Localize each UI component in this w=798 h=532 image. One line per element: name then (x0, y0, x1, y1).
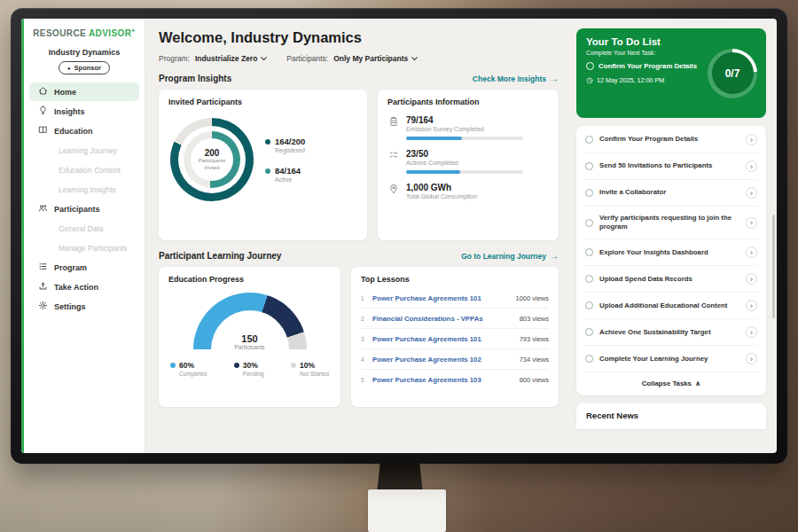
clock-icon (586, 77, 593, 84)
sidebar-item-education[interactable]: Education (29, 121, 139, 140)
todo-next-task[interactable]: Confirm Your Program Details (586, 62, 707, 70)
task-chevron[interactable]: › (746, 160, 757, 172)
brand-secondary: ADVISOR (89, 28, 131, 38)
sidebar-item-label: Education (54, 127, 93, 136)
task-chevron[interactable]: › (746, 217, 757, 229)
legend-item-not-started: 10% Not Started (291, 361, 329, 377)
task-checkbox[interactable] (585, 136, 593, 144)
legend-item-pending: 30% Pending (234, 361, 264, 377)
task-chevron[interactable]: › (746, 246, 757, 258)
actions-progress-track (406, 170, 523, 174)
org-name: Industry Dynamics (24, 48, 145, 57)
checklist-icon (387, 149, 399, 174)
participants-filter-label: Participants: (286, 54, 328, 63)
participants-dropdown-value: Only My Participants (333, 54, 408, 63)
todo-progress-ring: 0/7 (708, 49, 757, 98)
card-title: Invited Participants (168, 98, 357, 106)
task-chevron[interactable]: › (746, 187, 757, 199)
program-insights-header: Program Insights Check More Insights → (159, 74, 559, 83)
sidebar-item-manage-participants[interactable]: Manage Participants (29, 239, 139, 257)
chevron-down-icon (261, 57, 267, 61)
collapse-caret-icon: ∧ (695, 379, 700, 387)
sidebar-item-participants[interactable]: Participants (29, 200, 139, 218)
task-row[interactable]: Explore Your Insights Dashboard › (584, 239, 758, 266)
stat-actions-completed: 23/50 Actions Completed (387, 149, 549, 174)
sidebar-item-learning-journey[interactable]: Learning Journey (29, 141, 139, 160)
sidebar-item-insights[interactable]: Insights (29, 102, 139, 121)
task-checkbox[interactable] (585, 162, 593, 170)
lesson-row: 2 Financial Considerations - VPPAs 803 v… (361, 309, 549, 329)
invited-donut-chart: 200 Participants Invited (170, 118, 254, 201)
lesson-link[interactable]: Power Purchase Agreements 101 (372, 335, 513, 343)
badge-row: ● Sponsor (24, 61, 145, 74)
donut-legend: 164/200 Registered 84/164 Active (265, 137, 305, 183)
card-title: Top Lessons (361, 275, 549, 284)
legend-dot-not-started (291, 363, 296, 368)
list-icon (38, 262, 48, 273)
sidebar-item-education-content[interactable]: Education Content (29, 160, 139, 179)
task-chevron[interactable]: › (746, 134, 757, 145)
task-chevron[interactable]: › (746, 273, 757, 285)
task-chevron[interactable]: › (746, 326, 757, 338)
task-row[interactable]: Send 50 Invitations to Participants › (584, 153, 758, 180)
invited-participants-card: Invited Participants 200 Participants In… (159, 90, 367, 240)
task-checkbox-icon (586, 62, 594, 70)
go-to-learning-journey-link[interactable]: Go to Learning Journey → (461, 252, 559, 261)
sidebar-item-settings[interactable]: Settings (29, 297, 139, 316)
task-chevron[interactable]: › (746, 300, 757, 311)
program-dropdown[interactable]: Industrialize Zero (195, 54, 267, 63)
people-icon (38, 203, 48, 215)
task-row[interactable]: Confirm Your Program Details › (584, 127, 758, 153)
sidebar-item-learning-insights[interactable]: Learning Insights (29, 180, 139, 199)
program-dropdown-value: Industrialize Zero (195, 54, 257, 63)
sidebar-item-take-action[interactable]: Take Action (29, 278, 139, 296)
lesson-link[interactable]: Power Purchase Agreements 102 (372, 356, 513, 364)
task-checkbox[interactable] (585, 355, 593, 363)
sidebar-item-label: Learning Journey (59, 146, 117, 155)
scrollbar[interactable] (772, 215, 775, 319)
task-row[interactable]: Invite a Collaborator › (584, 180, 758, 207)
donut-center-label: Participants Invited (196, 158, 228, 170)
collapse-tasks-button[interactable]: Collapse Tasks ∧ (584, 372, 758, 395)
task-checkbox[interactable] (585, 328, 593, 336)
card-title: Participants Information (387, 98, 549, 106)
task-chevron[interactable]: › (746, 353, 757, 364)
todo-progress-value: 0/7 (725, 67, 740, 80)
task-checkbox[interactable] (585, 219, 593, 227)
lesson-link[interactable]: Power Purchase Agreements 103 (372, 376, 513, 384)
gauge-center-label: Participants (193, 344, 307, 349)
task-row[interactable]: Verify participants requesting to join t… (584, 207, 758, 239)
legend-dot-registered (265, 139, 270, 145)
task-row[interactable]: Upload Additional Educational Content › (584, 293, 758, 319)
participants-information-card: Participants Information 79/164 Emission… (378, 90, 559, 240)
task-checkbox[interactable] (585, 248, 593, 256)
stat-emission-survey: 79/164 Emission Survey Completed (387, 115, 549, 140)
check-more-insights-link[interactable]: Check More Insights → (473, 74, 559, 83)
desk-object (368, 489, 446, 532)
task-checkbox[interactable] (585, 301, 593, 309)
todo-summary-card: Your To Do List Complete Your Next Task:… (576, 28, 766, 118)
sponsor-badge: ● Sponsor (59, 61, 110, 74)
task-checkbox[interactable] (585, 189, 593, 197)
task-row[interactable]: Complete Your Learning Journey › (584, 346, 758, 372)
participants-dropdown[interactable]: Only My Participants (333, 54, 418, 63)
task-checkbox[interactable] (585, 275, 593, 283)
sidebar-item-label: Program (54, 263, 87, 272)
task-row[interactable]: Achieve One Sustainability Target › (584, 319, 758, 346)
lesson-link[interactable]: Financial Considerations - VPPAs (372, 315, 513, 323)
gauge-center-value: 150 (193, 333, 307, 344)
task-row[interactable]: Upload Spend Data Records › (584, 266, 758, 293)
lesson-link[interactable]: Power Purchase Agreements 101 (372, 294, 509, 302)
main-content: Welcome, Industry Dynamics Program: Indu… (145, 19, 569, 453)
program-filter-label: Program: (159, 54, 190, 63)
gear-icon (38, 301, 48, 312)
clipboard-icon (387, 115, 399, 140)
todo-due-date: 12 May 2025, 12:00 PM (586, 76, 707, 84)
learning-journey-header: Participant Learning Journey Go to Learn… (159, 251, 559, 261)
sidebar-item-home[interactable]: Home (29, 82, 139, 101)
sidebar-item-general-data[interactable]: General Data (29, 219, 139, 238)
lightbulb-icon (38, 106, 48, 117)
actions-progress-fill (406, 170, 460, 174)
education-gauge-chart: 150 Participants (193, 293, 307, 349)
sidebar-item-program[interactable]: Program (29, 258, 139, 277)
